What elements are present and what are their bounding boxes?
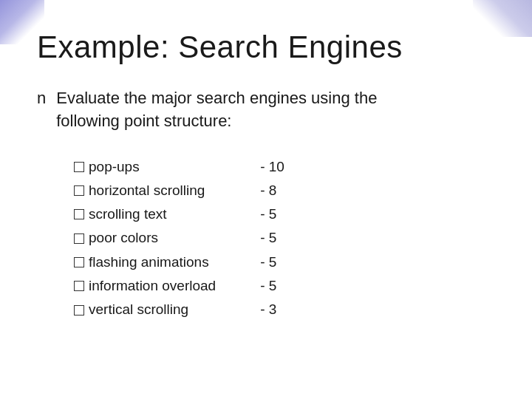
criteria-label: vertical scrolling	[89, 298, 188, 321]
criteria-label: pop-ups	[89, 155, 140, 179]
checkbox-icon	[74, 305, 84, 316]
criteria-list: pop-upshorizontal scrollingscrolling tex…	[74, 155, 216, 322]
corner-decoration-top-right	[473, 0, 532, 37]
list-item: pop-ups	[74, 155, 216, 179]
criteria-label: scrolling text	[89, 202, 167, 226]
main-text-line2: following point structure:	[56, 112, 231, 130]
checkbox-icon	[74, 162, 84, 172]
score-item: - 3	[260, 298, 284, 321]
slide-title: Example: Search Engines	[37, 30, 495, 65]
list-item: flashing animations	[74, 250, 216, 274]
bullet-label: n	[37, 89, 46, 108]
criteria-table: pop-upshorizontal scrollingscrolling tex…	[74, 155, 495, 322]
main-point: n Evaluate the major search engines usin…	[37, 87, 495, 133]
score-item: - 5	[260, 202, 284, 226]
checkbox-icon	[74, 209, 84, 219]
main-text: Evaluate the major search engines using …	[56, 87, 377, 133]
scores-list: - 10- 8- 5- 5- 5- 5- 3	[260, 155, 284, 322]
list-item: horizontal scrolling	[74, 179, 216, 202]
criteria-label: flashing animations	[89, 250, 209, 274]
checkbox-icon	[74, 185, 84, 196]
score-item: - 5	[260, 226, 284, 250]
criteria-label: horizontal scrolling	[89, 179, 205, 202]
corner-decoration-top-left	[0, 0, 44, 44]
criteria-label: poor colors	[89, 226, 158, 250]
slide-content: Example: Search Engines n Evaluate the m…	[0, 0, 532, 344]
criteria-label: information overload	[89, 274, 216, 298]
list-item: vertical scrolling	[74, 298, 216, 321]
checkbox-icon	[74, 281, 84, 291]
list-item: poor colors	[74, 226, 216, 250]
checkbox-icon	[74, 257, 84, 267]
score-item: - 8	[260, 179, 284, 202]
main-text-line1: Evaluate the major search engines using …	[56, 89, 377, 107]
score-item: - 5	[260, 250, 284, 274]
score-item: - 10	[260, 155, 284, 179]
list-item: information overload	[74, 274, 216, 298]
list-item: scrolling text	[74, 202, 216, 226]
checkbox-icon	[74, 233, 84, 244]
score-item: - 5	[260, 274, 284, 298]
